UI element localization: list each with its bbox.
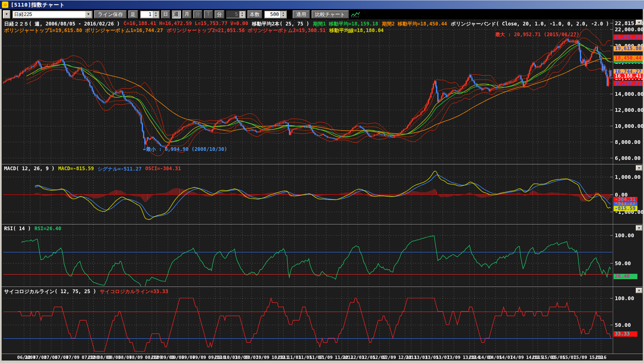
bar-spinner[interactable]: 1 ▲▼ — [140, 10, 159, 18]
period-tick-button[interactable]: T — [204, 10, 213, 18]
spinner-arrows-icon[interactable]: ▲▼ — [280, 11, 286, 18]
count-spinner[interactable]: 500 ▲▼ — [264, 10, 287, 18]
dropdown-button[interactable]: ▼ — [3, 10, 10, 18]
toolbar: ▼ 日経225 ▼ ライン保存 足 1 ▲▼ 日 週 月 分 T 分 5 ▲▼ … — [1, 9, 643, 19]
period-day-button[interactable]: 日 — [161, 10, 170, 18]
count-label: 本数 — [247, 10, 262, 18]
bar-label: 足 — [128, 10, 138, 18]
chevron-down-icon[interactable]: ▼ — [85, 11, 92, 18]
spinner-arrows-icon[interactable]: ▲▼ — [153, 11, 159, 18]
main-panel-dropdown-button[interactable]: ▼ — [636, 20, 642, 25]
minute-spinner[interactable]: 5 ▲▼ — [226, 10, 246, 18]
window-border-left — [0, 9, 2, 363]
macd-panel-dropdown-button[interactable]: ▼ — [636, 165, 642, 171]
save-line-button[interactable]: ライン保存 — [94, 10, 127, 18]
window-title: [5110]指数チャート — [11, 1, 65, 9]
chart-canvas[interactable] — [2, 19, 643, 361]
title-bar[interactable]: ☺ [5110]指数チャート — [0, 0, 644, 9]
period-minute-button[interactable]: 分 — [193, 10, 202, 18]
minute-label: 分 — [215, 10, 224, 18]
period-month-button[interactable]: 月 — [182, 10, 192, 18]
bar-value: 1 — [141, 11, 153, 18]
symbol-value: 日経225 — [13, 11, 85, 18]
psych-panel-dropdown-button[interactable]: ▼ — [636, 288, 642, 293]
spinner-arrows-icon[interactable]: ▲▼ — [239, 11, 245, 18]
period-week-button[interactable]: 週 — [172, 10, 181, 18]
compare-chart-button[interactable]: 比較チャート — [312, 10, 349, 18]
symbol-combobox[interactable]: 日経225 ▼ — [12, 10, 92, 18]
app-icon: ☺ — [2, 1, 9, 8]
count-value: 500 — [265, 11, 280, 18]
app-window: ☺ [5110]指数チャート ▼ 日経225 ▼ ライン保存 足 1 ▲▼ 日 … — [0, 0, 644, 363]
apply-button[interactable]: 適用 — [293, 10, 310, 18]
rsi-panel-dropdown-button[interactable]: ▼ — [636, 225, 642, 231]
minute-value: 5 — [227, 11, 239, 18]
window-border-bottom — [0, 361, 644, 363]
line-chart-icon[interactable] — [351, 10, 360, 18]
